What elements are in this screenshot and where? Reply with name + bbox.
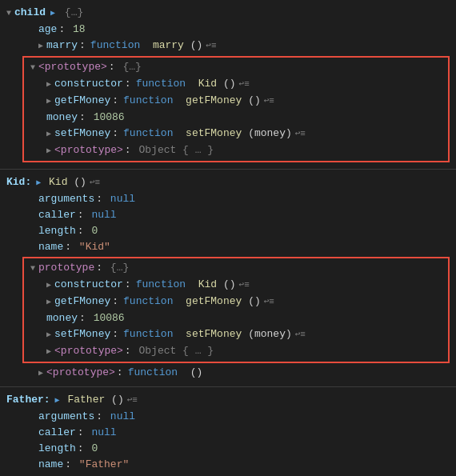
child-proto-toggle[interactable]: [30, 60, 35, 75]
marry-toggle[interactable]: [38, 38, 43, 54]
kid-proto-getfmoney: getFMoney : function getFMoney () ↩︎≡: [24, 294, 448, 310]
proto-getfmoney-link[interactable]: ↩︎≡: [264, 94, 274, 108]
child-proto-getfmoney: getFMoney : function getFMoney () ↩︎≡: [24, 93, 448, 110]
kid-proto-prototype: <prototype> : Object { … }: [24, 343, 448, 360]
father-link[interactable]: ↩︎≡: [127, 393, 138, 407]
proto-setfmoney-link[interactable]: ↩︎≡: [295, 126, 306, 141]
child-expand[interactable]: [50, 6, 55, 21]
divider-2: [0, 386, 456, 387]
kid-proto-toggle[interactable]: [30, 261, 35, 276]
child-age: age : 18: [0, 22, 456, 38]
child-proto-money: money : 10086: [24, 110, 448, 126]
father-caller: caller : null: [0, 425, 456, 441]
kid-caller: caller : null: [0, 207, 456, 223]
kid-proto-proto: <prototype> : function (): [0, 365, 456, 382]
father-arguments: arguments : null: [0, 409, 456, 425]
kid-prototype-box: prototype : {…} constructor : function K…: [22, 257, 450, 363]
proto-constructor-link[interactable]: ↩︎≡: [239, 77, 250, 91]
kid-root-line[interactable]: Kid: Kid () ↩︎≡: [0, 174, 456, 191]
father-name: name : "Father": [0, 457, 456, 473]
child-proto-header[interactable]: <prototype> : {…}: [24, 59, 448, 76]
kid-proto-constructor: constructor : function Kid () ↩︎≡: [24, 277, 448, 294]
divider-1: [0, 169, 456, 170]
child-toggle[interactable]: [6, 6, 11, 21]
kid-length: length : 0: [0, 223, 456, 239]
child-label: child: [14, 6, 46, 20]
kid-link[interactable]: ↩︎≡: [90, 175, 100, 190]
father-root-line[interactable]: Father: Father () ↩︎≡: [0, 392, 456, 409]
devtools-panel: child {…} age : 18 marry : function marr…: [0, 0, 456, 476]
kid-proto-setfmoney: setFMoney : function setFMoney (money) ↩…: [24, 326, 448, 343]
child-section: child {…} age : 18 marry : function marr…: [0, 3, 456, 166]
child-root-line[interactable]: child {…}: [0, 5, 456, 22]
kid-name: name : "Kid": [0, 239, 456, 255]
child-value: {…}: [58, 6, 83, 20]
kid-label: Kid:: [6, 175, 31, 190]
child-prototype-box: <prototype> : {…} constructor : function…: [22, 56, 450, 162]
father-section: Father: Father () ↩︎≡ arguments : null c…: [0, 390, 456, 476]
marry-link[interactable]: ↩︎≡: [206, 38, 216, 53]
kid-proto-header[interactable]: prototype : {…}: [24, 260, 448, 277]
kid-proto-money: money : 10086: [24, 310, 448, 326]
child-proto-constructor: constructor : function Kid () ↩︎≡: [24, 76, 448, 93]
father-prototype: prototype : Object { … }: [0, 473, 456, 476]
kid-arguments: arguments : null: [0, 191, 456, 207]
child-proto-prototype: <prototype> : Object { … }: [24, 142, 448, 159]
father-length: length : 0: [0, 441, 456, 457]
child-marry: marry : function marry () ↩︎≡: [0, 38, 456, 54]
father-label: Father:: [6, 393, 50, 407]
child-proto-setfmoney: setFMoney : function setFMoney (money) ↩…: [24, 126, 448, 142]
kid-section: Kid: Kid () ↩︎≡ arguments : null caller …: [0, 173, 456, 383]
